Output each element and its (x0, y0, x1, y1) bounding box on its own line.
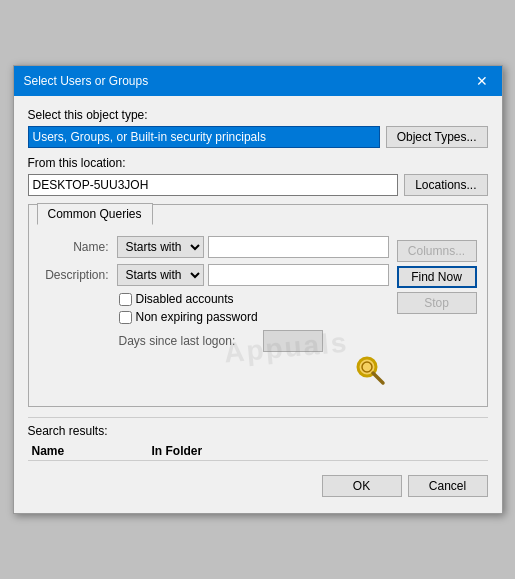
right-panel: Columns... Find Now Stop (397, 236, 477, 392)
select-users-dialog: Select Users or Groups ✕ Select this obj… (13, 65, 503, 514)
bottom-section: Search results: Name In Folder (28, 417, 488, 465)
col-folder: In Folder (152, 444, 272, 458)
ok-cancel-row: OK Cancel (28, 475, 488, 497)
common-queries-group: Common Queries Name: Starts with Is exac… (28, 204, 488, 407)
columns-button[interactable]: Columns... (397, 240, 477, 262)
col-name: Name (32, 444, 152, 458)
common-queries-tab[interactable]: Common Queries (37, 203, 153, 225)
results-table-header: Name In Folder (28, 442, 488, 461)
object-type-label: Select this object type: (28, 108, 488, 122)
watermark-area: Appuals (39, 352, 389, 392)
left-area: Name: Starts with Is exactly Ends with C… (39, 236, 389, 392)
locations-button[interactable]: Locations... (404, 174, 487, 196)
name-row: Name: Starts with Is exactly Ends with C… (39, 236, 389, 258)
object-type-row: Object Types... (28, 126, 488, 148)
days-input[interactable] (263, 330, 323, 352)
disabled-accounts-row: Disabled accounts (119, 292, 389, 306)
search-icon-area (353, 353, 389, 392)
location-input[interactable] (28, 174, 399, 196)
main-area: Name: Starts with Is exactly Ends with C… (39, 236, 477, 392)
days-label: Days since last logon: (119, 334, 259, 348)
name-label: Name: (39, 240, 109, 254)
search-icon (353, 353, 389, 389)
non-expiring-row: Non expiring password (119, 310, 389, 324)
name-dropdown[interactable]: Starts with Is exactly Ends with Contain… (117, 236, 204, 258)
ok-button[interactable]: OK (322, 475, 402, 497)
object-types-button[interactable]: Object Types... (386, 126, 488, 148)
svg-line-2 (373, 373, 383, 383)
group-box-content: Name: Starts with Is exactly Ends with C… (29, 226, 487, 406)
location-row: Locations... (28, 174, 488, 196)
stop-button[interactable]: Stop (397, 292, 477, 314)
search-results-label: Search results: (28, 424, 488, 438)
dialog-title: Select Users or Groups (24, 74, 149, 88)
description-dropdown[interactable]: Starts with Is exactly Ends with Contain… (117, 264, 204, 286)
dialog-body: Select this object type: Object Types...… (14, 96, 502, 513)
disabled-accounts-label: Disabled accounts (136, 292, 234, 306)
non-expiring-checkbox[interactable] (119, 311, 132, 324)
object-type-input[interactable] (28, 126, 380, 148)
disabled-accounts-checkbox[interactable] (119, 293, 132, 306)
description-row: Description: Starts with Is exactly Ends… (39, 264, 389, 286)
description-input[interactable] (208, 264, 389, 286)
location-label: From this location: (28, 156, 488, 170)
close-button[interactable]: ✕ (472, 71, 492, 91)
find-now-button[interactable]: Find Now (397, 266, 477, 288)
name-input[interactable] (208, 236, 389, 258)
description-label: Description: (39, 268, 109, 282)
non-expiring-label: Non expiring password (136, 310, 258, 324)
cancel-button[interactable]: Cancel (408, 475, 488, 497)
days-row: Days since last logon: (39, 330, 389, 352)
title-bar: Select Users or Groups ✕ (14, 66, 502, 96)
